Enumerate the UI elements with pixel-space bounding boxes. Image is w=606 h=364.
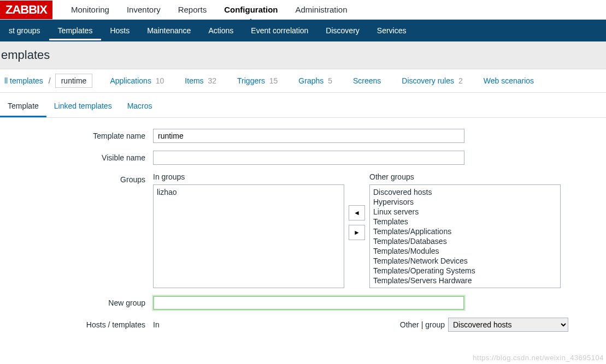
subnav-hostgroups[interactable]: st groups <box>0 21 49 40</box>
label-template-name: Template name <box>0 129 153 140</box>
page-header: emplates <box>0 41 606 69</box>
visible-name-input[interactable] <box>153 151 464 165</box>
list-item[interactable]: Templates/Applications <box>373 226 557 236</box>
in-groups-listbox[interactable]: lizhao <box>153 184 344 288</box>
in-groups-column: In groups lizhao <box>153 172 344 288</box>
tab-count: 32 <box>208 76 216 85</box>
other-groups-column: Other groups Discovered hosts Hypervisor… <box>369 172 561 288</box>
tab-web-scenarios[interactable]: Web scenarios <box>477 74 540 87</box>
label-visible-name: Visible name <box>0 151 153 162</box>
template-tab-row: ll templates / runtime Applications 10 I… <box>0 69 606 93</box>
tab-label: Web scenarios <box>484 76 534 85</box>
template-form: Template name Visible name Groups In gro… <box>0 118 606 350</box>
label-hosts-templates: Hosts / templates <box>0 318 153 329</box>
tab-count: 10 <box>156 76 164 85</box>
form-tabs: Template Linked templates Macros <box>0 96 606 118</box>
tab-applications[interactable]: Applications 10 <box>103 74 170 87</box>
list-item[interactable]: Templates/Servers Hardware <box>373 276 557 285</box>
subnav-actions[interactable]: Actions <box>199 21 242 40</box>
row-groups: Groups In groups lizhao ◄ ► Other groups… <box>0 172 606 288</box>
top-bar: ZABBIX Monitoring Inventory Reports Conf… <box>0 0 606 20</box>
subnav-maintenance[interactable]: Maintenance <box>138 21 199 40</box>
list-item[interactable]: Templates/Modules <box>373 246 557 256</box>
label-other-groups: Other groups <box>369 172 561 181</box>
primary-nav: Monitoring Inventory Reports Configurati… <box>62 1 356 19</box>
formtab-linked-templates[interactable]: Linked templates <box>46 96 120 117</box>
other-groups-listbox[interactable]: Discovered hosts Hypervisors Linux serve… <box>369 184 561 288</box>
label-in-groups: In groups <box>153 172 344 181</box>
label-new-group: New group <box>0 296 153 307</box>
triangle-right-icon: ► <box>354 229 360 236</box>
tab-graphs[interactable]: Graphs 5 <box>292 74 339 87</box>
template-name-input[interactable] <box>153 129 464 143</box>
nav-reports[interactable]: Reports <box>169 1 216 19</box>
nav-configuration[interactable]: Configuration <box>215 1 286 19</box>
label-hosts-other: Other | group <box>400 320 445 329</box>
nav-inventory[interactable]: Inventory <box>118 1 169 19</box>
nav-monitoring[interactable]: Monitoring <box>62 1 118 19</box>
list-item[interactable]: Templates/Network Devices <box>373 256 557 266</box>
formtab-template[interactable]: Template <box>0 96 46 117</box>
subnav-hosts[interactable]: Hosts <box>101 21 138 40</box>
row-hosts-templates: Hosts / templates In Other | group Disco… <box>0 318 606 332</box>
breadcrumb-all-templates[interactable]: ll templates <box>0 74 48 87</box>
list-item[interactable]: Discovered hosts <box>373 187 557 197</box>
tab-items[interactable]: Items 32 <box>178 74 223 87</box>
secondary-nav: st groups Templates Hosts Maintenance Ac… <box>0 20 606 41</box>
breadcrumb-current: runtime <box>55 74 93 88</box>
label-groups: Groups <box>0 172 153 184</box>
subnav-event-correlation[interactable]: Event correlation <box>242 21 317 40</box>
row-template-name: Template name <box>0 129 606 143</box>
tab-label: Applications <box>110 76 151 85</box>
tab-label: Screens <box>353 76 381 85</box>
label-hosts-in: In <box>153 320 160 329</box>
page-title: emplates <box>0 48 606 69</box>
new-group-input[interactable] <box>153 296 464 310</box>
app-logo: ZABBIX <box>0 1 52 19</box>
subnav-templates[interactable]: Templates <box>49 21 102 40</box>
tab-label: Discovery rules <box>402 76 454 85</box>
tab-triggers[interactable]: Triggers 15 <box>231 74 284 87</box>
breadcrumb-separator: / <box>48 76 52 85</box>
tab-label: Items <box>185 76 203 85</box>
list-item[interactable]: Templates <box>373 217 557 226</box>
nav-administration[interactable]: Administration <box>287 1 356 19</box>
tab-screens[interactable]: Screens <box>346 74 387 87</box>
list-item[interactable]: lizhao <box>157 187 340 197</box>
tab-count: 5 <box>328 76 332 85</box>
subnav-services[interactable]: Services <box>368 21 415 40</box>
row-visible-name: Visible name <box>0 151 606 165</box>
move-buttons: ◄ ► <box>344 172 369 240</box>
row-new-group: New group <box>0 296 606 310</box>
other-group-select[interactable]: Discovered hosts <box>448 318 568 332</box>
list-item[interactable]: Templates/Operating Systems <box>373 266 557 276</box>
formtab-macros[interactable]: Macros <box>120 96 160 117</box>
list-item[interactable]: Templates/Databases <box>373 236 557 246</box>
list-item[interactable]: Hypervisors <box>373 197 557 207</box>
subnav-discovery[interactable]: Discovery <box>317 21 368 40</box>
tab-label: Graphs <box>298 76 323 85</box>
tab-label: Triggers <box>237 76 265 85</box>
list-item[interactable]: Linux servers <box>373 207 557 217</box>
hosts-other-wrap: Other | group Discovered hosts <box>400 318 568 332</box>
move-right-button[interactable]: ► <box>349 225 365 240</box>
move-left-button[interactable]: ◄ <box>349 205 365 220</box>
triangle-left-icon: ◄ <box>354 209 360 217</box>
tab-count: 15 <box>269 76 278 85</box>
tab-count: 2 <box>458 76 463 85</box>
tab-discovery-rules[interactable]: Discovery rules 2 <box>395 74 469 87</box>
